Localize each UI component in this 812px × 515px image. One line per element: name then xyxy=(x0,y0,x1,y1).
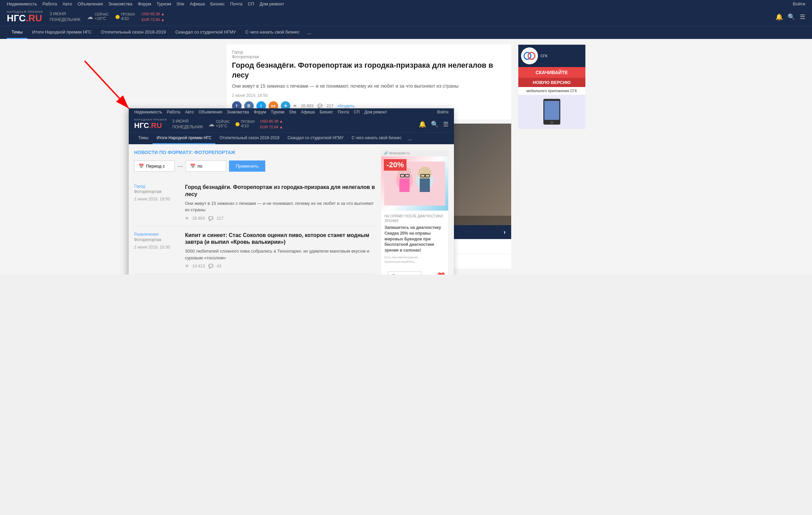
overlay-secnav-more[interactable]: ... xyxy=(405,133,414,144)
header-currency: USD 65.38 ▲ EUR 72.84 ▲ xyxy=(142,11,165,22)
sidebar-advertisement: СГК СКАЧИВАЙТЕ НОВУЮ ВЕРСИЮ мобильного п… xyxy=(518,44,586,269)
secnav-business[interactable]: С чего начать свой бизнес xyxy=(241,26,304,39)
search-icon[interactable]: 🔍 xyxy=(788,13,795,21)
login-button[interactable]: Войти xyxy=(793,1,805,6)
overlay-news-meta-2: Развлечения Фоторепортаж 2 июня 2019, 10… xyxy=(134,232,178,269)
views-icon-2: 👁 xyxy=(185,264,189,269)
overlay-menu-icon[interactable]: ☰ xyxy=(443,121,449,128)
overlay-secnav-business[interactable]: С чего начать свой бизнес xyxy=(348,133,405,144)
overlay-ad-discount: -20% xyxy=(384,159,407,171)
overlay-ad-box[interactable]: 🔗 lensmaster.ru xyxy=(381,150,449,275)
overlay-nav-mail[interactable]: Почта xyxy=(338,110,349,114)
ad-source-icon: 🔗 xyxy=(384,151,388,155)
nav-home[interactable]: Дом ремонт xyxy=(259,1,284,6)
overlay-news-desc-1: Они живут в 15 хижинах с печками — и не … xyxy=(185,200,375,213)
overlay-logo[interactable]: НАРОДНАЯ ПРЕМИЯ НГС.RU xyxy=(134,118,167,130)
traffic-icon xyxy=(116,15,120,19)
nav-dating[interactable]: Знакомства xyxy=(108,1,132,6)
overlay-date: 3 ИЮНЯ ПОНЕДЕЛЬНИК xyxy=(172,119,203,130)
overlay-header: НАРОДНАЯ ПРЕМИЯ НГС.RU 3 ИЮНЯ ПОНЕДЕЛЬНИ… xyxy=(129,116,454,132)
overlay-nav-she[interactable]: She xyxy=(289,110,296,114)
nav-realestate[interactable]: Недвижимость xyxy=(7,1,37,6)
overlay-secnav-themes[interactable]: Темы xyxy=(134,133,152,144)
overlay-nav-auto[interactable]: Авто xyxy=(185,110,194,114)
overlay-nav-sp[interactable]: СП xyxy=(354,110,359,114)
overlay-secnav-scandal[interactable]: Скандал со студенткой НГМУ xyxy=(284,133,348,144)
svg-point-15 xyxy=(418,167,432,180)
secnav-award[interactable]: Итоги Народной премии НГС xyxy=(27,26,96,39)
comments-count-2: 43 xyxy=(217,264,221,269)
overlay-news-meta-1: Город Фоторепортаж 2 июня 2019, 18:50 xyxy=(134,184,178,221)
breadcrumb-city[interactable]: Город xyxy=(232,50,243,55)
header-weather: ☁ СЕЙЧАС +16°C xyxy=(87,13,108,21)
header-icons: 🔔 🔍 ☰ xyxy=(775,13,805,21)
secnav-themes[interactable]: Темы xyxy=(7,26,27,39)
overlay-page: Недвижимость Работа Авто Объявления Знак… xyxy=(129,108,454,275)
overlay-news-list: Город Фоторепортаж 2 июня 2019, 18:50 Го… xyxy=(134,178,375,275)
overlay-cloud-icon: ☁ xyxy=(208,121,214,128)
overlay-news-category-2[interactable]: Развлечения xyxy=(134,232,178,237)
overlay-secnav-award[interactable]: Итоги Народной премии НГС xyxy=(152,133,215,144)
article-date: 2 июня 2019, 18:50 xyxy=(232,93,506,98)
overlay-sidebar: 🔗 lensmaster.ru xyxy=(381,150,449,275)
overlay-news-item-3: Я паркуюсь как чудак Фоторепортаж 2 июня… xyxy=(134,274,375,275)
calendar-to-icon: 📅 xyxy=(190,164,195,169)
overlay-nav-ads[interactable]: Объявления xyxy=(199,110,222,114)
overlay-nav-tourism[interactable]: Туризм xyxy=(271,110,284,114)
overlay-nav-realestate[interactable]: Недвижимость xyxy=(134,110,162,114)
overlay-login-button[interactable]: Войти xyxy=(437,110,449,114)
nav-tourism[interactable]: Туризм xyxy=(157,1,171,6)
menu-icon[interactable]: ☰ xyxy=(800,13,805,21)
overlay-news-subcategory-1: Фоторепортаж xyxy=(134,189,178,194)
nav-jobs[interactable]: Работа xyxy=(42,1,57,6)
bell-icon[interactable]: 🔔 xyxy=(775,13,783,21)
overlay-nav-dating[interactable]: Знакомства xyxy=(227,110,249,114)
site-logo[interactable]: НАРОДНАЯ ПРЕМИЯ НГС.RU xyxy=(7,10,43,23)
overlay-search-icon[interactable]: 🔍 xyxy=(431,121,438,128)
nav-ads[interactable]: Объявления xyxy=(78,1,103,6)
overlay-secnav-heating[interactable]: Отопительный сезон 2018-2019 xyxy=(215,133,284,144)
nav-sp[interactable]: СП xyxy=(248,1,254,6)
logo-name: НГС.RU xyxy=(7,14,43,23)
secnav-more[interactable]: ... xyxy=(304,26,314,39)
ad-device-image xyxy=(518,95,585,129)
date-filter: 📅 Период с — 📅 по Применить xyxy=(134,160,375,172)
secnav-scandal[interactable]: Скандал со студенткой НГМУ xyxy=(170,26,241,39)
nav-forum[interactable]: Форум xyxy=(138,1,151,6)
overlay-news-category-1[interactable]: Город xyxy=(134,184,178,189)
overlay-news-title-2[interactable]: Кипит и синеет: Стас Соколов оценил пиво… xyxy=(185,232,375,246)
date-to-label: по xyxy=(197,164,202,169)
date-to-input[interactable]: 📅 по xyxy=(186,160,226,172)
overlay-nav-forum[interactable]: Форум xyxy=(254,110,266,114)
overlay-news-desc-2: 3000 любителей сложного пива собрались в… xyxy=(185,248,375,261)
date-from-input[interactable]: 📅 Период с xyxy=(134,160,175,172)
overlay-ad-cta-button[interactable]: Подать заявку xyxy=(388,271,421,275)
cgk-ad[interactable]: СГК СКАЧИВАЙТЕ НОВУЮ ВЕРСИЮ мобильного п… xyxy=(518,44,586,129)
apply-filter-button[interactable]: Применить xyxy=(229,160,265,172)
secnav-heating[interactable]: Отопительный сезон 2018-2019 xyxy=(96,26,170,39)
breadcrumb-format[interactable]: Фоторепортаж xyxy=(232,55,506,59)
overlay-ad-body: НА ОПРАВУ ПОСЛЕ ДИАГНОСТИКИ ЗРЕНИЯ Запиш… xyxy=(381,211,448,267)
top-navigation: Недвижимость Работа Авто Объявления Знак… xyxy=(0,0,812,8)
overlay-nav-home[interactable]: Дом ремонт xyxy=(365,110,387,114)
nav-she[interactable]: She xyxy=(176,1,184,6)
nav-business[interactable]: Бизнес xyxy=(210,1,225,6)
overlay-nav-business[interactable]: Бизнес xyxy=(320,110,333,114)
comments-count-1: 217 xyxy=(217,216,224,221)
chevron-right-icon: › xyxy=(504,229,506,236)
overlay-news-title-1[interactable]: Город безнадёги. Фоторепортаж из городка… xyxy=(185,184,375,198)
discuss-link[interactable]: обсудить xyxy=(337,104,354,108)
overlay-nav-jobs[interactable]: Работа xyxy=(167,110,181,114)
overlay-news-content-2: Кипит и синеет: Стас Соколов оценил пиво… xyxy=(185,232,375,269)
overlay-bell-icon[interactable]: 🔔 xyxy=(419,121,426,128)
nav-afisha[interactable]: Афиша xyxy=(190,1,205,6)
svg-line-6 xyxy=(85,61,129,108)
overlay-traffic-icon xyxy=(235,122,240,126)
ad-brand-icon: ❤️ xyxy=(437,272,445,275)
nav-auto[interactable]: Авто xyxy=(62,1,72,6)
article-subtitle: Они живут в 15 хижинах с печками — и не … xyxy=(232,83,506,90)
nav-mail[interactable]: Почта xyxy=(230,1,242,6)
views-count-1: 26 893 xyxy=(192,216,205,221)
overlay-nav-afisha[interactable]: Афиша xyxy=(301,110,315,114)
overlay-news-date-1: 2 июня 2019, 18:50 xyxy=(134,197,178,201)
